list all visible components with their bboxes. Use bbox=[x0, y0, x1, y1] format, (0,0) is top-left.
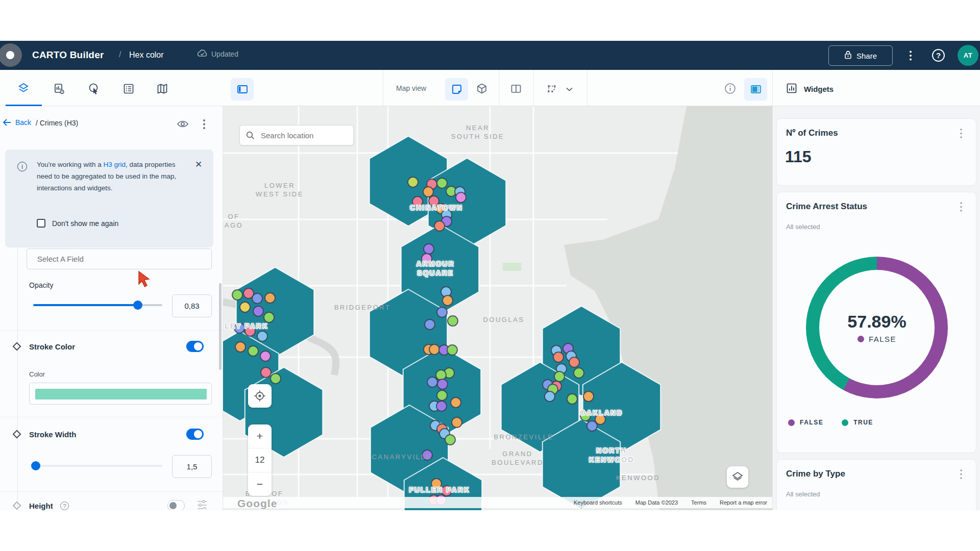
crime-point[interactable] bbox=[436, 401, 447, 411]
stroke-width-slider[interactable] bbox=[33, 465, 162, 467]
crime-point[interactable] bbox=[425, 319, 435, 330]
legend-item-true[interactable]: TRUE bbox=[842, 419, 873, 426]
crime-point[interactable] bbox=[442, 486, 452, 496]
crime-point[interactable] bbox=[431, 479, 442, 489]
close-icon[interactable]: ✕ bbox=[193, 159, 204, 170]
stroke-color-picker[interactable] bbox=[29, 383, 212, 405]
panel-scrollbar[interactable] bbox=[219, 283, 222, 370]
widget-menu-icon[interactable] bbox=[957, 468, 966, 480]
select-tool-chevron[interactable] bbox=[566, 85, 577, 96]
crime-point[interactable] bbox=[265, 293, 275, 303]
crime-point[interactable] bbox=[232, 290, 242, 300]
widget-menu-icon[interactable] bbox=[957, 201, 966, 213]
crime-point[interactable] bbox=[553, 352, 564, 362]
stroke-width-toggle[interactable] bbox=[186, 429, 204, 440]
crime-point[interactable] bbox=[580, 411, 591, 421]
crime-point[interactable] bbox=[260, 351, 271, 361]
zoom-in-button[interactable]: + bbox=[248, 424, 272, 448]
zoom-out-button[interactable]: − bbox=[248, 472, 272, 496]
report-error-link[interactable]: Report a map error bbox=[720, 499, 767, 506]
arrest-status-donut-chart[interactable]: 57.89% FALSE bbox=[806, 257, 948, 398]
opacity-value[interactable]: 0,83 bbox=[172, 294, 212, 317]
crime-point[interactable] bbox=[437, 178, 447, 188]
crime-point[interactable] bbox=[447, 345, 457, 355]
h3-grid-link[interactable]: H3 grid bbox=[103, 161, 126, 168]
back-button[interactable]: Back bbox=[3, 118, 31, 127]
view-3d-button[interactable] bbox=[476, 83, 487, 94]
crime-point[interactable] bbox=[264, 312, 274, 322]
map-canvas[interactable]: NEAR SOUTH SIDELOWER WEST SIDEOF AGOBRID… bbox=[223, 106, 772, 510]
terms-link[interactable]: Terms bbox=[691, 499, 706, 506]
crime-point[interactable] bbox=[261, 367, 271, 378]
crime-point[interactable] bbox=[424, 244, 434, 254]
layer-more-menu[interactable] bbox=[199, 117, 209, 131]
keyboard-shortcuts-link[interactable]: Keyboard shortcuts bbox=[574, 499, 622, 506]
basemap-layers-button[interactable] bbox=[727, 466, 748, 488]
select-tool-button[interactable] bbox=[546, 83, 557, 94]
crime-point[interactable] bbox=[422, 450, 432, 460]
header-more-menu[interactable] bbox=[904, 45, 917, 66]
crime-point[interactable] bbox=[412, 196, 423, 207]
crime-point[interactable] bbox=[252, 293, 262, 304]
crime-point[interactable] bbox=[452, 417, 462, 428]
crime-point[interactable] bbox=[567, 394, 577, 404]
view-2d-button[interactable] bbox=[445, 78, 468, 101]
crime-point[interactable] bbox=[248, 346, 258, 356]
basemap-tab-icon[interactable] bbox=[156, 83, 167, 94]
height-settings-icon[interactable] bbox=[197, 499, 208, 510]
crime-point[interactable] bbox=[434, 221, 445, 231]
crime-point[interactable] bbox=[569, 357, 579, 367]
opacity-slider[interactable] bbox=[33, 304, 162, 306]
legend-tab-icon[interactable] bbox=[122, 83, 134, 94]
crime-point[interactable] bbox=[448, 316, 458, 326]
opacity-slider-handle[interactable] bbox=[133, 300, 142, 310]
height-help-icon[interactable]: ? bbox=[60, 502, 69, 510]
layers-tab-icon[interactable] bbox=[18, 83, 29, 94]
crime-point[interactable] bbox=[423, 187, 433, 197]
crime-point[interactable] bbox=[271, 373, 281, 384]
crime-point[interactable] bbox=[583, 391, 594, 402]
stroke-width-value[interactable]: 1,5 bbox=[172, 455, 212, 478]
crime-point[interactable] bbox=[456, 192, 466, 203]
legend-item-false[interactable]: FALSE bbox=[788, 419, 823, 426]
crime-point[interactable] bbox=[443, 295, 453, 306]
crime-point[interactable] bbox=[451, 397, 461, 408]
avatar[interactable]: AT bbox=[958, 45, 978, 66]
stroke-color-toggle[interactable] bbox=[186, 341, 204, 352]
split-view-button[interactable] bbox=[510, 83, 521, 94]
crime-point[interactable] bbox=[437, 307, 447, 317]
crime-point[interactable] bbox=[574, 368, 584, 378]
crime-point[interactable] bbox=[437, 379, 448, 389]
crime-point[interactable] bbox=[253, 306, 263, 316]
help-icon[interactable]: ? bbox=[932, 49, 945, 62]
crime-point[interactable] bbox=[429, 344, 439, 355]
crime-point[interactable] bbox=[445, 435, 455, 445]
crime-point[interactable] bbox=[245, 326, 255, 336]
crime-point[interactable] bbox=[234, 323, 244, 333]
interactions-tab-icon[interactable] bbox=[88, 83, 99, 94]
crime-point[interactable] bbox=[587, 421, 597, 431]
crime-point[interactable] bbox=[257, 331, 267, 341]
map-search[interactable] bbox=[239, 125, 354, 145]
height-toggle[interactable] bbox=[167, 500, 185, 510]
fill-color-field-select[interactable] bbox=[27, 248, 212, 269]
crime-point[interactable] bbox=[554, 371, 565, 382]
crime-point[interactable] bbox=[235, 342, 246, 352]
crime-point[interactable] bbox=[408, 177, 418, 187]
widgets-settings-tab-icon[interactable] bbox=[53, 83, 64, 94]
crime-point[interactable] bbox=[437, 390, 447, 400]
crime-point[interactable] bbox=[436, 370, 446, 380]
locate-me-button[interactable] bbox=[248, 384, 272, 408]
crime-point[interactable] bbox=[422, 254, 432, 264]
right-panel-toggle[interactable] bbox=[744, 78, 767, 101]
crime-point[interactable] bbox=[545, 391, 555, 402]
left-panel-toggle[interactable] bbox=[231, 78, 254, 101]
share-button[interactable]: Share bbox=[828, 45, 893, 66]
crime-point[interactable] bbox=[240, 302, 250, 312]
layer-visibility-toggle[interactable] bbox=[176, 117, 189, 131]
info-icon[interactable] bbox=[724, 83, 736, 94]
dont-show-again-checkbox[interactable] bbox=[37, 219, 45, 228]
stroke-width-slider-handle[interactable] bbox=[31, 461, 40, 470]
search-input[interactable] bbox=[260, 131, 341, 140]
crime-point[interactable] bbox=[427, 377, 437, 387]
